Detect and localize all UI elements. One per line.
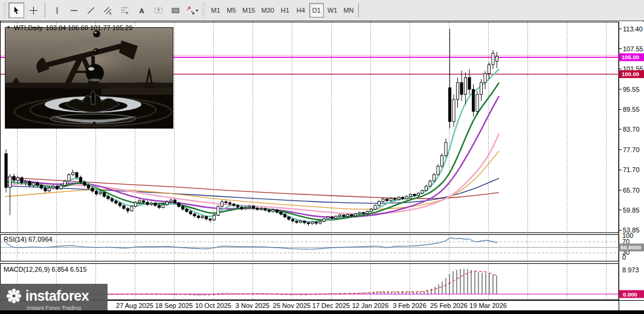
svg-text:0: 0 (622, 254, 626, 261)
timeframe-M5[interactable]: M5 (224, 3, 239, 18)
toolbar-separator (358, 3, 359, 18)
timeframe-H4[interactable]: H4 (294, 3, 308, 18)
vertical-line-tool[interactable] (49, 2, 65, 18)
svg-text:12 Jan 2026: 12 Jan 2026 (352, 302, 389, 309)
svg-text:50.0000: 50.0000 (620, 244, 641, 251)
horizontal-line-tool[interactable] (66, 2, 82, 18)
text-label-tool[interactable]: T (150, 2, 166, 18)
macd-label: MACD(12,26,9) 6.854 6.515 (4, 266, 87, 273)
svg-text:77.70: 77.70 (623, 146, 640, 153)
symbol-dropdown-icon[interactable]: ▼ (6, 25, 11, 30)
svg-text:19 Mar 2026: 19 Mar 2026 (469, 302, 507, 309)
svg-text:10 Oct 2025: 10 Oct 2025 (195, 302, 231, 309)
trading-terminal-window: EFAT▾ M1M5M15M30H1H4D1W1MN ▼ WTI,Daily 1… (0, 0, 644, 314)
svg-text:27 Aug 2025: 27 Aug 2025 (116, 302, 153, 309)
svg-text:107.55: 107.55 (623, 45, 643, 53)
timeframe-W1[interactable]: W1 (325, 3, 340, 18)
svg-text:89.55: 89.55 (623, 106, 640, 113)
svg-text:T: T (157, 8, 160, 13)
svg-text:113.40: 113.40 (623, 25, 643, 33)
svg-text:59.85: 59.85 (623, 207, 640, 214)
timeframe-MN[interactable]: MN (341, 3, 356, 18)
timeframe-M1[interactable]: M1 (208, 3, 223, 18)
symbol-name: WTI,Daily (14, 24, 43, 31)
toolbar-grip[interactable] (3, 2, 7, 18)
dropdown-caret-icon[interactable]: ▾ (196, 8, 198, 13)
oil-photo (5, 27, 173, 129)
timeframe-D1[interactable]: D1 (309, 3, 324, 18)
trendline-tool[interactable] (83, 2, 98, 18)
svg-text:0.000: 0.000 (623, 291, 637, 298)
svg-text:3 Feb 2026: 3 Feb 2026 (393, 302, 427, 309)
svg-text:95.55: 95.55 (623, 86, 640, 93)
svg-text:83.70: 83.70 (623, 126, 640, 133)
instaforex-logo-icon (5, 287, 23, 305)
chart-title: ▼ WTI,Daily 103.84 106.60 101.77 105.29 (6, 24, 132, 31)
equidistant-channel-tool[interactable]: E (100, 2, 115, 18)
timeframe-M15[interactable]: M15 (240, 3, 257, 18)
rsi-label: RSI(14) 67.0964 (4, 236, 53, 243)
svg-text:71.70: 71.70 (623, 166, 640, 173)
ohlc-values: 103.84 106.60 101.77 105.29 (46, 24, 133, 31)
timeframe-M30[interactable]: M30 (259, 3, 276, 18)
toolbar-separator (45, 3, 45, 18)
svg-text:25 Nov 2025: 25 Nov 2025 (273, 302, 311, 309)
window-bottom-edge (0, 310, 644, 314)
svg-text:E: E (109, 10, 111, 14)
timeframe-toolbar-grip[interactable] (202, 2, 205, 18)
arrow-styles-tool[interactable]: ▾ (184, 2, 200, 18)
svg-text:65.70: 65.70 (623, 187, 640, 194)
svg-text:A: A (139, 7, 144, 14)
svg-text:25 Feb 2026: 25 Feb 2026 (430, 302, 468, 309)
watermark-brand: instaforex (25, 289, 89, 303)
svg-text:8.973: 8.973 (622, 266, 639, 274)
svg-text:18 Sep 2025: 18 Sep 2025 (155, 302, 193, 309)
svg-text:3 Nov 2025: 3 Nov 2025 (236, 302, 269, 309)
crosshair-tool[interactable] (25, 2, 41, 18)
text-tool[interactable]: A (134, 2, 149, 18)
cursor-tool[interactable] (8, 2, 24, 18)
instaforex-watermark: instaforex Instant Forex Trading (0, 284, 108, 314)
rectangle-tool[interactable] (167, 2, 183, 18)
svg-text:17 Dec 2025: 17 Dec 2025 (312, 302, 350, 309)
svg-text:100.00: 100.00 (622, 71, 639, 77)
svg-text:F: F (126, 11, 128, 15)
fibonacci-tool[interactable]: F (117, 2, 132, 18)
toolbar: EFAT▾ M1M5M15M30H1H4D1W1MN (0, 0, 644, 21)
svg-text:105.00: 105.00 (622, 54, 639, 60)
timeframe-H1[interactable]: H1 (278, 3, 292, 18)
